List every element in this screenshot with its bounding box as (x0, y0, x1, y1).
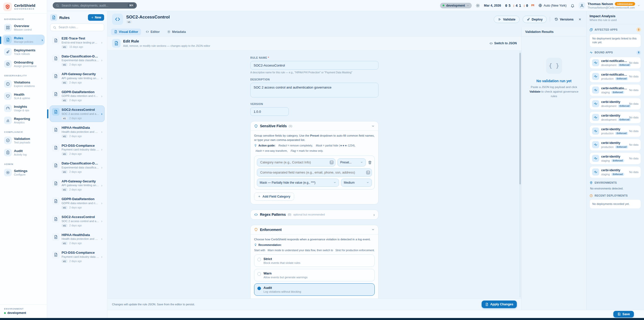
history-icon (555, 17, 558, 21)
preset-select[interactable]: Preset... (337, 158, 366, 166)
rule-list-item[interactable]: GDPR-DataRetention GDPR data retention a… (50, 88, 105, 104)
rule-name-input[interactable] (250, 61, 378, 70)
rule-list-item[interactable]: PCI-DSS-Compliance Payment card industry… (50, 141, 105, 158)
action-guide: Action guide: Redact = remove completely… (254, 144, 375, 153)
trash-icon[interactable] (368, 160, 372, 164)
brand-logo[interactable]: CerbiShield GOVERNANCE (0, 0, 47, 14)
rule-list-item[interactable]: API-Gateway-Security API gateway rate li… (50, 177, 105, 194)
tab-metadata[interactable]: Metadata (164, 29, 189, 35)
sidebar-item[interactable]: Deployments Track rollouts › (2, 47, 45, 57)
sidebar-item-label: Health (14, 93, 43, 97)
clock-icon (590, 194, 593, 197)
shield-logo-icon (3, 3, 12, 11)
rule-description: GDPR data retention and rig… (62, 94, 99, 97)
rule-list-item[interactable]: Data-Classification-Dr… Experimental dat… (50, 52, 105, 69)
document-icon (114, 30, 117, 33)
bound-app-card[interactable]: cerbi-identity staging Enforced No data (590, 153, 641, 164)
enforcement-option[interactable]: Audit Log violations without blocking (254, 283, 375, 296)
add-field-category-button[interactable]: Add Field Category (254, 193, 294, 201)
sidebar-item[interactable]: Health SLA & uptime › (2, 91, 45, 101)
scrollbar-thumb[interactable] (519, 53, 521, 184)
rule-updated-time: 2 days ago (69, 188, 82, 191)
enforcement-options: Strict Block events that violate rules (254, 254, 375, 296)
app-data-status: No data (629, 130, 638, 133)
bound-app-card[interactable]: cerbi-identity staging Enforced No data (590, 166, 641, 178)
versions-button[interactable]: Versions (553, 17, 575, 22)
sidebar-item[interactable]: Insights Usage & ops › (2, 103, 45, 113)
bound-app-card[interactable]: cerbi-identity development Enforced No d… (590, 112, 641, 123)
switch-to-json-button[interactable]: Switch to JSON (489, 41, 517, 45)
rule-list-item[interactable]: Data-Classification-Dr… Experimental dat… (50, 159, 105, 176)
sidebar-item[interactable]: Audit Activity log › (2, 147, 45, 158)
rule-list-item[interactable]: PCI-DSS-Compliance Payment card industry… (50, 248, 105, 265)
rule-list-item[interactable]: SOC2-AccessControl SOC 2 access control … (50, 213, 105, 229)
rule-list-item[interactable]: GDPR-DataRetention GDPR data retention a… (50, 195, 105, 211)
sidebar-item[interactable]: Onboarding Assign governance › (2, 59, 45, 69)
sidebar-item[interactable]: Violations Explore violations › (2, 79, 45, 89)
user-menu[interactable]: Thomas Nelson Administrator ThomasNelson… (579, 2, 640, 9)
close-button[interactable]: × (578, 17, 582, 22)
divider (590, 24, 641, 24)
validate-button[interactable]: Validate (494, 16, 519, 23)
app-name: cerbi-notifications (601, 73, 627, 76)
search-icon (53, 26, 56, 29)
sidebar-section-label: ADMIN (0, 160, 47, 167)
bound-app-card[interactable]: cerbi-identity production Enforced No da… (590, 139, 641, 151)
gauge-icon (4, 104, 12, 112)
help-icon[interactable]: ? (330, 160, 334, 164)
global-search-input[interactable] (61, 4, 126, 8)
chevron-down-icon (360, 161, 363, 164)
bound-app-card[interactable]: cerbi-notifications development Enforced… (590, 57, 641, 69)
version-input[interactable] (250, 107, 289, 116)
global-search[interactable]: ⌘K (53, 2, 137, 9)
help-icon[interactable]: ? (366, 170, 370, 175)
impact-subtitle: Where this rule is used (590, 18, 641, 22)
rule-list-item[interactable]: HIPAA-HealthData Health data protection … (50, 123, 105, 140)
action-select[interactable]: Mask — Partially hide the value (e.g., *… (257, 179, 339, 187)
save-button[interactable]: Save (613, 311, 634, 317)
apply-changes-button[interactable]: Apply Changes (482, 301, 517, 308)
deploy-button[interactable]: Deploy (523, 16, 547, 23)
rule-list-item[interactable]: SOC2-AccessControl SOC 2 access control … (50, 105, 105, 122)
sidebar-item[interactable]: Reporting Analytics › (2, 115, 45, 125)
chevron-down-icon (637, 4, 640, 7)
new-rule-button[interactable]: New (88, 14, 104, 21)
bound-app-card[interactable]: cerbi-notifications production Enforced … (590, 71, 641, 82)
rules-doc-icon (50, 14, 57, 21)
enforcement-option[interactable]: Warn Allow events but generate warnings (254, 269, 375, 281)
timezone-selector[interactable]: Auto (New York) (538, 4, 566, 7)
clock-meridiem: PM (531, 4, 534, 7)
rule-list-item[interactable]: HIPAA-HealthData Health data protection … (50, 231, 105, 247)
sensitive-fields-header[interactable]: Sensitive Fields (1) (251, 121, 378, 131)
severity-select[interactable]: Medium (341, 179, 372, 187)
chevron-down-icon (371, 124, 375, 128)
bound-app-card[interactable]: cerbi-notifications staging Enforced No … (590, 84, 641, 96)
tab-editor[interactable]: Editor (143, 29, 163, 35)
sidebar-item-label: Onboarding (14, 60, 43, 65)
rule-list-item[interactable]: API-Gateway-Security API gateway rate li… (50, 70, 105, 86)
environment-switcher[interactable]: development (440, 3, 472, 8)
tab-visual-editor[interactable]: Visual Editor (111, 29, 141, 35)
field-names-input[interactable] (257, 168, 372, 177)
regex-patterns-header[interactable]: Regex Patterns (0) optional but recommen… (251, 210, 378, 219)
notifications-bell-icon[interactable] (571, 4, 575, 8)
sidebar-item[interactable]: Overview Mission control › (2, 23, 45, 33)
enforcement-option[interactable]: Strict Block events that violate rules (254, 254, 375, 267)
bound-app-card[interactable]: cerbi-identity production Enforced No da… (590, 125, 641, 137)
sidebar-item[interactable]: Settings Configure › (2, 167, 45, 178)
sidebar-item[interactable]: Rules Manage policies › (2, 35, 45, 45)
rule-description: SOC 2 access control and a… (62, 112, 99, 115)
description-textarea[interactable]: SOC 2 access control and authentication … (250, 83, 378, 97)
theme-toggle-sun-icon[interactable] (476, 4, 480, 8)
rules-search[interactable] (50, 24, 104, 31)
bound-app-card[interactable]: cerbi-identity development Enforced No d… (590, 98, 641, 110)
category-name-input[interactable] (257, 158, 335, 166)
rules-search-input[interactable] (58, 25, 101, 29)
sidebar-item[interactable]: Validation Test payloads › (2, 135, 45, 145)
compass-icon (4, 60, 12, 68)
rule-name: GDPR-DataRetention (62, 197, 99, 201)
rule-description: API gateway rate limiting an… (62, 77, 99, 80)
app-name: cerbi-identity (601, 168, 627, 172)
rule-list-item[interactable]: E2E-Trace-Test End-to-end trace testing … (50, 34, 105, 51)
enforcement-header[interactable]: Enforcement (251, 225, 378, 234)
